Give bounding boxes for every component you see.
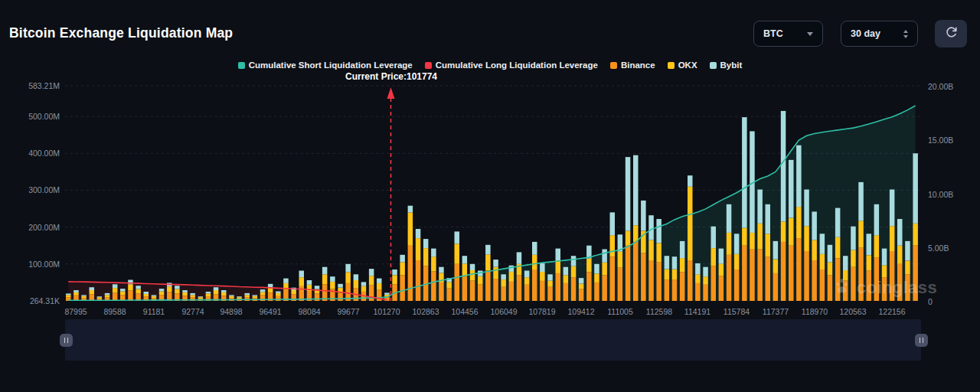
liquidation-bar-binance[interactable] bbox=[369, 286, 374, 301]
liquidation-bar-bybit[interactable] bbox=[253, 295, 258, 296]
liquidation-bar-binance[interactable] bbox=[719, 276, 724, 301]
liquidation-bar-okx[interactable] bbox=[719, 263, 724, 276]
liquidation-bar-bybit[interactable] bbox=[727, 204, 732, 233]
liquidation-bar-binance[interactable] bbox=[843, 281, 848, 302]
liquidation-bar-bybit[interactable] bbox=[276, 292, 281, 293]
liquidation-bar-okx[interactable] bbox=[695, 274, 701, 283]
liquidation-bar-okx[interactable] bbox=[105, 295, 110, 297]
liquidation-bar-bybit[interactable] bbox=[532, 242, 537, 255]
liquidation-bar-okx[interactable] bbox=[198, 297, 204, 299]
liquidation-bar-binance[interactable] bbox=[804, 251, 809, 301]
liquidation-bar-bybit[interactable] bbox=[594, 264, 599, 274]
liquidation-bar-bybit[interactable] bbox=[206, 292, 211, 293]
liquidation-bar-okx[interactable] bbox=[369, 276, 374, 286]
liquidation-bar-bybit[interactable] bbox=[734, 234, 740, 254]
liquidation-bar-okx[interactable] bbox=[245, 295, 250, 297]
liquidation-bar-binance[interactable] bbox=[858, 247, 864, 301]
liquidation-bar-bybit[interactable] bbox=[579, 278, 584, 283]
liquidation-bar-okx[interactable] bbox=[703, 276, 708, 285]
liquidation-bar-binance[interactable] bbox=[742, 246, 747, 301]
liquidation-bar-okx[interactable] bbox=[113, 288, 118, 292]
liquidation-bar-binance[interactable] bbox=[905, 274, 910, 301]
liquidation-bar-bybit[interactable] bbox=[198, 296, 204, 297]
liquidation-bar-bybit[interactable] bbox=[564, 267, 569, 276]
liquidation-bar-binance[interactable] bbox=[867, 271, 872, 302]
liquidation-bar-okx[interactable] bbox=[858, 220, 864, 247]
liquidation-bar-binance[interactable] bbox=[882, 277, 887, 301]
liquidation-bar-binance[interactable] bbox=[648, 260, 654, 301]
liquidation-bar-binance[interactable] bbox=[665, 279, 670, 301]
liquidation-bar-binance[interactable] bbox=[532, 270, 537, 301]
liquidation-bar-bybit[interactable] bbox=[431, 249, 436, 257]
liquidation-bar-bybit[interactable] bbox=[517, 252, 522, 263]
liquidation-bar-okx[interactable] bbox=[291, 290, 296, 294]
liquidation-bar-bybit[interactable] bbox=[354, 274, 359, 280]
liquidation-bar-okx[interactable] bbox=[633, 225, 639, 242]
liquidation-bar-binance[interactable] bbox=[727, 255, 732, 301]
liquidation-bar-bybit[interactable] bbox=[361, 282, 367, 286]
liquidation-bar-binance[interactable] bbox=[564, 283, 569, 301]
liquidation-bar-binance[interactable] bbox=[828, 275, 833, 301]
liquidation-bar-okx[interactable] bbox=[299, 277, 305, 286]
liquidation-bar-okx[interactable] bbox=[750, 233, 755, 250]
liquidation-bar-okx[interactable] bbox=[120, 292, 126, 296]
liquidation-bar-bybit[interactable] bbox=[159, 289, 165, 291]
liquidation-bar-okx[interactable] bbox=[547, 281, 553, 287]
liquidation-bar-okx[interactable] bbox=[253, 296, 258, 298]
liquidation-bar-bybit[interactable] bbox=[742, 117, 747, 228]
liquidation-bar-bybit[interactable] bbox=[455, 231, 460, 243]
liquidation-bar-bybit[interactable] bbox=[648, 215, 654, 240]
liquidation-bar-binance[interactable] bbox=[626, 246, 631, 301]
liquidation-bar-binance[interactable] bbox=[633, 242, 639, 301]
liquidation-bar-binance[interactable] bbox=[315, 293, 320, 301]
liquidation-chart[interactable]: 583.21M500.00M400.00M300.00M200.00M100.0… bbox=[0, 0, 980, 322]
liquidation-bar-binance[interactable] bbox=[897, 264, 903, 301]
liquidation-bar-binance[interactable] bbox=[478, 284, 483, 301]
liquidation-bar-bybit[interactable] bbox=[345, 264, 351, 273]
liquidation-bar-bybit[interactable] bbox=[120, 289, 126, 291]
liquidation-bar-okx[interactable] bbox=[804, 226, 809, 251]
liquidation-bar-binance[interactable] bbox=[128, 291, 133, 302]
liquidation-bar-binance[interactable] bbox=[602, 275, 607, 301]
liquidation-bar-binance[interactable] bbox=[400, 275, 405, 301]
liquidation-bar-binance[interactable] bbox=[540, 281, 545, 301]
liquidation-bar-bybit[interactable] bbox=[828, 245, 833, 263]
liquidation-bar-binance[interactable] bbox=[579, 289, 584, 301]
liquidation-bar-okx[interactable] bbox=[757, 224, 763, 250]
liquidation-bar-okx[interactable] bbox=[509, 272, 514, 282]
liquidation-bar-bybit[interactable] bbox=[812, 211, 817, 240]
liquidation-bar-bybit[interactable] bbox=[485, 245, 491, 255]
liquidation-bar-binance[interactable] bbox=[812, 260, 817, 301]
liquidation-bar-binance[interactable] bbox=[711, 266, 717, 301]
liquidation-bar-bybit[interactable] bbox=[789, 160, 794, 218]
liquidation-bar-binance[interactable] bbox=[913, 246, 918, 301]
liquidation-bar-bybit[interactable] bbox=[66, 293, 71, 295]
liquidation-bar-binance[interactable] bbox=[524, 285, 530, 301]
liquidation-bar-okx[interactable] bbox=[392, 275, 397, 284]
liquidation-bar-bybit[interactable] bbox=[136, 286, 141, 289]
liquidation-bar-okx[interactable] bbox=[727, 233, 732, 255]
liquidation-bar-bybit[interactable] bbox=[882, 249, 887, 266]
liquidation-bar-bybit[interactable] bbox=[540, 263, 545, 272]
liquidation-bar-binance[interactable] bbox=[416, 260, 421, 301]
liquidation-bar-binance[interactable] bbox=[750, 250, 755, 302]
liquidation-bar-binance[interactable] bbox=[773, 273, 779, 301]
liquidation-bar-bybit[interactable] bbox=[423, 239, 429, 248]
slider-handle-left[interactable] bbox=[60, 334, 73, 347]
liquidation-bar-okx[interactable] bbox=[851, 250, 856, 267]
liquidation-bar-okx[interactable] bbox=[680, 258, 685, 272]
liquidation-bar-okx[interactable] bbox=[812, 240, 817, 261]
liquidation-bar-bybit[interactable] bbox=[283, 279, 289, 283]
liquidation-bar-bybit[interactable] bbox=[384, 292, 390, 294]
liquidation-bar-okx[interactable] bbox=[81, 296, 87, 298]
liquidation-bar-binance[interactable] bbox=[890, 251, 895, 301]
liquidation-bar-okx[interactable] bbox=[905, 261, 910, 275]
liquidation-bar-binance[interactable] bbox=[734, 270, 740, 301]
liquidation-bar-okx[interactable] bbox=[711, 248, 717, 266]
liquidation-bar-binance[interactable] bbox=[462, 276, 468, 301]
liquidation-bar-okx[interactable] bbox=[354, 280, 359, 288]
liquidation-bar-bybit[interactable] bbox=[913, 153, 918, 223]
liquidation-bar-okx[interactable] bbox=[206, 293, 211, 296]
liquidation-bar-binance[interactable] bbox=[851, 267, 856, 301]
liquidation-bar-okx[interactable] bbox=[602, 263, 607, 275]
